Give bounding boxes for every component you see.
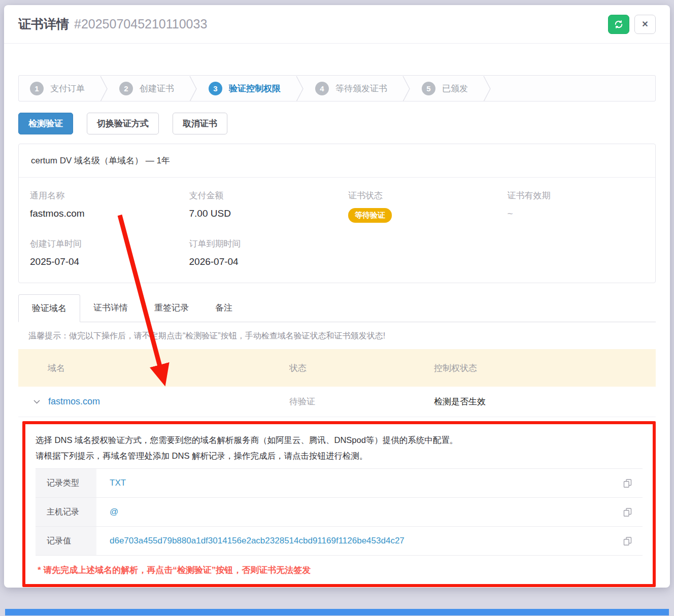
field-empty	[337, 238, 496, 267]
step-label: 已颁发	[442, 83, 468, 94]
tab-reissue-record[interactable]: 重签记录	[141, 294, 202, 322]
field-common-name: 通用名称 fastmos.com	[19, 190, 178, 223]
field-label: 订单到期时间	[189, 238, 338, 250]
step-number: 2	[119, 82, 133, 95]
column-header-domain: 域名	[18, 362, 284, 374]
record-row-type: 记录类型 TXT	[36, 469, 643, 498]
field-label: 通用名称	[30, 190, 178, 201]
field-order-created: 创建订单时间 2025-07-04	[19, 238, 178, 267]
dns-warning: * 请先完成上述域名的解析，再点击“检测验证”按钮，否则证书无法签发	[36, 564, 643, 576]
step-wizard: 1 支付订单 2 创建证书 3 验证控制权限 4 等待颁发证书 5 已颁发	[18, 75, 656, 101]
product-title: certum DV 域名级（单域名） — 1年	[19, 144, 655, 178]
step-separator	[402, 76, 411, 101]
field-label: 证书有效期	[508, 190, 656, 201]
step-2-create-cert: 2 创建证书	[108, 76, 189, 101]
step-number: 5	[422, 82, 435, 95]
order-id: #202507045210110033	[74, 17, 207, 31]
field-value: 2026-07-04	[189, 256, 338, 267]
field-cert-status: 证书状态 等待验证	[337, 190, 496, 223]
copy-icon	[622, 507, 633, 518]
close-icon: ✕	[642, 19, 648, 29]
record-label: 记录值	[36, 527, 96, 555]
dns-instruction-line1: 选择 DNS 域名授权验证方式，您需要到您的域名解析服务商（如阿里云、腾讯、DN…	[36, 432, 643, 448]
record-value: @	[96, 498, 612, 526]
tab-cert-detail[interactable]: 证书详情	[80, 294, 141, 322]
step-separator	[296, 76, 304, 101]
record-row-host: 主机记录 @	[36, 498, 643, 527]
domain-table-header: 域名 状态 控制权状态	[18, 349, 656, 387]
refresh-button[interactable]	[608, 15, 629, 34]
tab-bar: 验证域名 证书详情 重签记录 备注	[18, 294, 656, 322]
field-label: 支付金额	[189, 190, 338, 201]
switch-method-button[interactable]: 切换验证方式	[87, 113, 159, 134]
cancel-cert-button[interactable]: 取消证书	[173, 113, 227, 134]
copy-icon	[622, 536, 633, 546]
record-value: TXT	[96, 469, 612, 497]
domain-link[interactable]: fastmos.com	[48, 396, 100, 407]
info-grid: 通用名称 fastmos.com 支付金额 7.00 USD 证书状态 等待验证…	[19, 178, 655, 283]
tip-text: 温馨提示：做完以下操作后，请不定期点击“检测验证”按钮，手动检查域名验证状态和证…	[18, 331, 656, 341]
step-separator	[100, 76, 108, 101]
title-group: 证书详情#202507045210110033	[18, 16, 207, 32]
field-value: 7.00 USD	[189, 208, 338, 219]
domain-cell: fastmos.com	[18, 396, 284, 407]
step-4-await-issue: 4 等待颁发证书	[304, 76, 402, 101]
step-number: 4	[315, 82, 329, 95]
domain-status: 待验证	[284, 396, 434, 407]
record-row-value: 记录值 d6e703a455d79b880a1df3014156e2acb232…	[36, 527, 643, 556]
column-header-control: 控制权状态	[434, 362, 656, 374]
copy-record-type-button[interactable]	[612, 469, 643, 497]
modal-body: 1 支付订单 2 创建证书 3 验证控制权限 4 等待颁发证书 5 已颁发	[4, 44, 670, 587]
control-status-action[interactable]: 检测是否生效	[434, 396, 656, 407]
record-label: 记录类型	[36, 469, 96, 497]
step-number: 3	[209, 82, 222, 95]
toolbar: 检测验证 切换验证方式 取消证书	[18, 113, 656, 134]
step-label: 验证控制权限	[229, 83, 281, 94]
field-cert-validity: 证书有效期 ~	[496, 190, 656, 223]
header-actions: ✕	[608, 15, 656, 34]
field-value: 等待验证	[348, 208, 496, 223]
column-header-status: 状态	[284, 362, 434, 374]
field-label: 证书状态	[348, 190, 496, 201]
record-label: 主机记录	[36, 498, 96, 526]
bottom-blue-bar	[5, 609, 669, 615]
step-3-verify-control: 3 验证控制权限	[197, 76, 296, 101]
certificate-detail-modal: 证书详情#202507045210110033 ✕ 1 支付订单 2	[4, 5, 670, 588]
step-label: 支付订单	[50, 83, 85, 94]
chevron-down-icon[interactable]	[33, 400, 40, 404]
certificate-info-card: certum DV 域名级（单域名） — 1年 通用名称 fastmos.com…	[18, 144, 656, 283]
field-order-expires: 订单到期时间 2026-07-04	[178, 238, 338, 267]
dns-records-table: 记录类型 TXT 主机记录 @	[36, 468, 643, 556]
page-title: 证书详情	[18, 17, 69, 31]
dns-validation-panel: 选择 DNS 域名授权验证方式，您需要到您的域名解析服务商（如阿里云、腾讯、DN…	[22, 421, 656, 587]
step-separator	[189, 76, 197, 101]
close-button[interactable]: ✕	[634, 15, 656, 34]
field-value: 2025-07-04	[30, 256, 178, 267]
step-5-issued: 5 已颁发	[411, 76, 483, 101]
field-label: 创建订单时间	[30, 238, 178, 250]
field-value: ~	[508, 208, 656, 219]
modal-header: 证书详情#202507045210110033 ✕	[4, 5, 670, 44]
copy-record-value-button[interactable]	[612, 527, 643, 555]
record-value: d6e703a455d79b880a1df3014156e2acb2328514…	[96, 527, 612, 555]
domain-table: 域名 状态 控制权状态 fastmos.com 待验证 检测是否生效	[18, 349, 656, 417]
tab-remarks[interactable]: 备注	[202, 294, 246, 322]
step-label: 创建证书	[140, 83, 174, 94]
refresh-icon	[614, 19, 624, 29]
field-value: fastmos.com	[30, 208, 178, 219]
domain-row: fastmos.com 待验证 检测是否生效	[18, 387, 656, 417]
status-badge: 等待验证	[348, 208, 392, 223]
tab-verify-domain[interactable]: 验证域名	[18, 294, 80, 322]
copy-host-record-button[interactable]	[612, 498, 643, 526]
dns-instruction-line2: 请根据下列提示，再域名管理处添加 DNS 解析记录，操作完成后，请点击按钮进行检…	[36, 448, 643, 464]
step-number: 1	[30, 82, 44, 95]
step-separator	[483, 76, 491, 101]
step-1-pay-order: 1 支付订单	[19, 76, 100, 101]
copy-icon	[622, 478, 633, 489]
field-pay-amount: 支付金额 7.00 USD	[178, 190, 338, 223]
field-empty	[496, 238, 656, 267]
check-verify-button[interactable]: 检测验证	[18, 113, 73, 134]
step-label: 等待颁发证书	[335, 83, 387, 94]
